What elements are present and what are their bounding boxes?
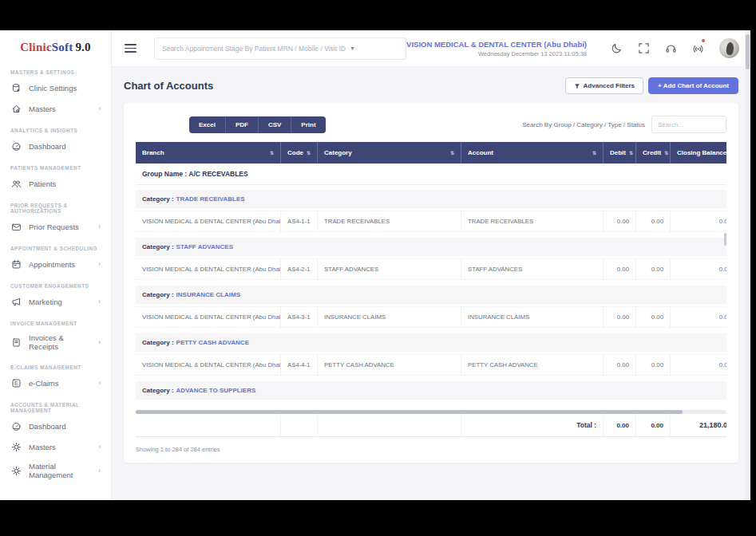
sidebar-item-label: Masters xyxy=(29,104,56,113)
add-chart-of-account-label: + Add Chart of Account xyxy=(658,82,729,89)
logo-version: 9.0 xyxy=(75,41,90,53)
category-row: Category :INSURANCE CLAIMS xyxy=(136,286,726,304)
export-excel-button[interactable]: Excel xyxy=(189,116,226,133)
table-vertical-scrollbar-thumb[interactable] xyxy=(724,233,726,246)
group-name-row: Group Name : A/C RECEVABLES xyxy=(136,164,726,185)
clinic-info: VISION MEDICAL & DENTAL CENTER (Abu Dhab… xyxy=(406,40,587,57)
sidebar-section-heading: PATIENTS MANAGEMENT xyxy=(0,165,111,171)
page-vertical-scrollbar-thumb[interactable] xyxy=(746,34,750,69)
row-spacer xyxy=(136,280,726,286)
chevron-right-icon: › xyxy=(98,260,101,268)
mail-icon xyxy=(10,221,22,232)
sidebar-section-heading: E-CLAIMS MANAGEMENT xyxy=(0,365,111,370)
sidebar-item-label: Patients xyxy=(29,179,56,188)
sidebar-item-masters[interactable]: Masters› xyxy=(0,436,111,457)
total-empty-branch xyxy=(136,414,281,437)
user-avatar[interactable] xyxy=(719,38,739,58)
table-horizontal-scrollbar[interactable] xyxy=(136,410,726,414)
sidebar-item-prior-requests[interactable]: Prior Requests› xyxy=(0,216,111,237)
cell-debit: 0.00 xyxy=(604,354,636,376)
advanced-filters-button[interactable]: Advanced Filters xyxy=(565,77,643,94)
sidebar-item-label: Prior Requests xyxy=(29,223,79,231)
sidebar-item-dashboard[interactable]: Dashboard xyxy=(0,416,111,436)
advanced-filters-label: Advanced Filters xyxy=(584,82,635,89)
table-search-label: Search By Group / Category / Type / Stat… xyxy=(522,121,645,128)
sidebar-section-heading: ANALYTICS & INSIGHTS xyxy=(0,128,111,133)
sidebar-item-e-claims[interactable]: Ee-Claims› xyxy=(0,372,111,393)
page-title: Chart of Accounts xyxy=(124,80,213,92)
sidebar-nav: MASTERS & SETTINGSClinic SettingsMasters… xyxy=(0,69,111,484)
sort-icon: ⇅ xyxy=(447,150,454,156)
sidebar-item-marketing[interactable]: Marketing› xyxy=(0,291,111,312)
cell-debit: 0.00 xyxy=(604,306,636,328)
notifications-icon[interactable] xyxy=(684,42,711,54)
menu-toggle-icon[interactable] xyxy=(125,44,137,53)
column-header-code[interactable]: Code⇅ xyxy=(281,142,318,164)
cell-credit: 0.00 xyxy=(636,211,671,232)
clinic-name: VISION MEDICAL & DENTAL CENTER (Abu Dhab… xyxy=(406,40,587,49)
category-row: Category :STAFF ADVANCES xyxy=(136,238,726,256)
cell-credit: 0.00 xyxy=(636,306,671,328)
column-header-closing-balance[interactable]: Closing Balance xyxy=(671,142,726,164)
cell-closing-balance: 0.00 xyxy=(671,258,726,280)
sidebar-item-label: Clinic Settings xyxy=(29,84,77,93)
export-csv-button[interactable]: CSV xyxy=(259,116,291,133)
cell-category: TRADE RECEIVABLES xyxy=(318,211,461,232)
support-icon[interactable] xyxy=(657,42,684,54)
database-icon xyxy=(10,82,22,93)
category-link[interactable]: PETTY CASH ADVANCE xyxy=(176,339,249,346)
cell-closing-balance: 0.00 xyxy=(671,306,726,328)
category-link[interactable]: TRADE RECEIVABLES xyxy=(176,195,245,203)
column-header-credit[interactable]: Credit⇅ xyxy=(636,142,671,164)
sidebar-section-heading: INVOICE MANAGEMENT xyxy=(0,321,111,326)
total-label: Total : xyxy=(461,414,604,437)
sidebar-item-patients[interactable]: Patients xyxy=(0,173,111,194)
sidebar-section-heading: APPOINTMENT & SCHEDULING xyxy=(0,246,111,251)
category-link[interactable]: ADVANCE TO SUPPLIERS xyxy=(176,387,256,394)
row-spacer xyxy=(136,400,726,405)
cell-account: PETTY CASH ADVANCE xyxy=(461,354,604,376)
sidebar-section-heading: CUSTOMER ENGAGEMENTS xyxy=(0,283,111,289)
category-link[interactable]: STAFF ADVANCES xyxy=(176,243,233,250)
users-icon xyxy=(10,178,22,189)
cell-branch: VISION MEDICAL & DENTAL CENTER (Abu Dhab… xyxy=(136,354,281,376)
export-pdf-button[interactable]: PDF xyxy=(226,116,259,133)
category-link[interactable]: INSURANCE CLAIMS xyxy=(176,291,240,298)
sidebar-section-heading: MASTERS & SETTINGS xyxy=(0,69,111,75)
dark-mode-icon[interactable] xyxy=(603,42,630,54)
sidebar-item-label: Marketing xyxy=(29,298,62,306)
sidebar-item-clinic-settings[interactable]: Clinic Settings xyxy=(0,77,111,98)
column-header-account[interactable]: Account⇅ xyxy=(461,142,604,164)
add-chart-of-account-button[interactable]: + Add Chart of Account xyxy=(648,77,738,94)
current-datetime: Wednesday December 13 2023 11:05:38 xyxy=(406,50,587,57)
export-print-button[interactable]: Print xyxy=(291,116,325,133)
page-header: Chart of Accounts Advanced Filters + Add… xyxy=(124,77,738,94)
sidebar-item-label: e-Claims xyxy=(29,379,58,388)
logo-part-1: Clinic xyxy=(20,41,52,53)
cell-closing-balance: 0.00 xyxy=(671,354,726,376)
appointment-search-input[interactable]: Search Appointment Stage By Patient MRN … xyxy=(154,37,406,60)
column-header-debit[interactable]: Debit⇅ xyxy=(604,142,636,164)
total-debit: 0.00 xyxy=(604,414,636,437)
sidebar-item-dashboard[interactable]: Dashboard xyxy=(0,136,111,156)
page-vertical-scrollbar[interactable] xyxy=(745,30,750,500)
accounts-table: Branch⇅Code⇅Category⇅Account⇅Debit⇅Credi… xyxy=(136,142,726,437)
page-content: Chart of Accounts Advanced Filters + Add… xyxy=(112,67,750,500)
sidebar-item-invoices-receipts[interactable]: Invoices & Receipts› xyxy=(0,329,111,356)
sidebar-section-heading: ACCOUNTS & MATERIAL MANAGEMENT xyxy=(0,402,111,413)
speedometer-icon xyxy=(10,420,22,432)
column-header-category[interactable]: Category⇅ xyxy=(318,142,461,164)
total-closing-balance: 21,180.00 xyxy=(671,414,726,437)
megaphone-icon xyxy=(10,296,22,307)
total-row: Total : 0.00 0.00 21,180.00 xyxy=(136,414,726,437)
sidebar-item-masters[interactable]: Masters› xyxy=(0,98,111,119)
column-header-branch[interactable]: Branch⇅ xyxy=(136,142,281,164)
fullscreen-icon[interactable] xyxy=(630,42,657,54)
logo-part-2: Soft xyxy=(52,41,73,53)
table-search-input[interactable] xyxy=(651,116,726,133)
sidebar-item-appointments[interactable]: Appointments› xyxy=(0,254,111,274)
app-logo[interactable]: ClinicSoft9.0 xyxy=(0,30,111,61)
gear-icon xyxy=(10,441,22,452)
sidebar-item-material-management[interactable]: Material Management› xyxy=(0,457,111,484)
table-horizontal-scrollbar-thumb[interactable] xyxy=(136,410,683,414)
